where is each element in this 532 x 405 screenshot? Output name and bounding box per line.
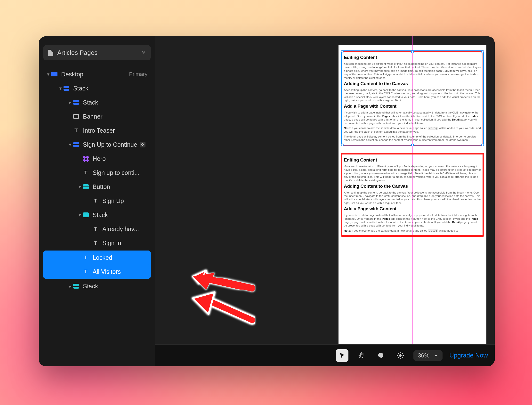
layer-row[interactable]: ▾Stack [43,208,151,222]
paragraph: If you wish to add a page instead that w… [344,111,481,125]
svg-line-7 [398,357,399,358]
paragraph: If you wish to add a page instead that w… [344,213,481,227]
paragraph: After setting up the content, go back to… [344,88,481,102]
expand-toggle[interactable]: ▸ [67,283,73,289]
component-badge: ❖ [140,142,145,147]
layer-meta: Primary [129,71,151,77]
layer-label: Button [93,183,110,190]
layer-row[interactable]: TAlready hav... [43,222,151,236]
layer-row[interactable]: ▸Stack [43,279,151,293]
stack-icon [83,184,89,189]
paragraph: You can choose to set up different types… [344,62,481,80]
chevron-down-icon [141,50,146,56]
component-icon [83,156,89,161]
heading: Editing Content [344,55,481,60]
heading: Add a Page with Content [344,104,481,109]
collapse-toggle[interactable]: ▾ [46,71,51,77]
selected-text-block-1[interactable]: Editing Content You can choose to set up… [341,50,484,146]
heading: Editing Content [344,157,481,163]
resize-handle[interactable] [341,50,344,53]
stack-icon [73,142,79,147]
layer-row[interactable]: ▾Button [43,180,151,194]
svg-line-6 [402,357,403,358]
paragraph: The detail page will display content pul… [344,135,481,142]
layer-label: Stack [83,99,98,106]
layer-row[interactable]: ▾DesktopPrimary [43,67,151,81]
bottom-toolbar: 36% Upgrade Now [155,344,495,366]
comment-tool[interactable] [375,349,387,362]
layer-row[interactable]: Hero [43,152,151,166]
page-selector[interactable]: Articles Pages [43,45,151,60]
layer-label: All Visitors [93,268,121,275]
svg-line-8 [402,353,403,354]
zoom-control[interactable]: 36% [413,350,443,361]
layer-row[interactable]: TAll Visitors [43,265,151,279]
upgrade-button[interactable]: Upgrade Now [449,352,488,359]
app-window: Articles Pages ▾DesktopPrimary▾Stack▸Sta… [39,36,495,366]
layer-label: Banner [83,113,103,120]
heading: Adding Content to the Canvas [344,81,481,86]
resize-handle[interactable] [411,144,414,146]
layer-label: Sign up to conti... [93,169,139,176]
layer-label: Sign Up [102,197,124,204]
text-icon: T [84,170,87,175]
collapse-toggle[interactable]: ▾ [58,85,63,91]
resize-handle[interactable] [481,144,484,146]
doc-content: Editing Content You can choose to set up… [344,157,481,233]
text-icon: T [94,226,97,232]
brightness-tool[interactable] [394,349,407,362]
chevron-down-icon [434,353,438,358]
page-selector-label: Articles Pages [57,49,137,57]
layer-label: Sign Up to Continue [83,141,137,148]
hand-tool[interactable] [355,349,368,362]
layer-row[interactable]: ▾Sign Up to Continue❖ [43,138,151,152]
text-icon: T [94,240,97,246]
heading: Add a Page with Content [344,206,481,211]
paragraph: Note: If you chose to add the sample dat… [344,229,481,233]
stack-icon [73,284,79,289]
text-icon: T [84,255,87,260]
doc-content: Editing Content You can choose to set up… [344,55,481,142]
banner-icon [73,114,79,119]
layer-row[interactable]: TLocked [43,251,151,265]
layer-label: Stack [93,211,108,219]
stack-icon [83,212,89,217]
layer-label: Desktop [61,71,83,78]
expand-toggle[interactable]: ▸ [67,99,73,105]
layer-row[interactable]: Banner [43,109,151,123]
layer-row[interactable]: TIntro Teaser [43,123,151,138]
stack-icon [73,100,79,105]
layer-label: Stack [83,283,98,290]
resize-handle[interactable] [481,50,484,53]
collapse-toggle[interactable]: ▾ [77,212,82,218]
layer-row[interactable]: TSign In [43,236,151,250]
selected-text-block-2[interactable]: Editing Content You can choose to set up… [341,153,484,237]
cursor-tool[interactable] [336,349,348,362]
layers-sidebar: Articles Pages ▾DesktopPrimary▾Stack▸Sta… [39,36,155,366]
desktop-icon [51,72,57,76]
text-icon: T [84,269,87,274]
paragraph: After setting up the content, go back to… [344,191,481,205]
layer-label: Hero [93,155,106,162]
layer-row[interactable]: ▸Stack [43,95,151,109]
layer-row[interactable]: TSign Up [43,194,151,208]
zoom-value: 36% [418,352,429,359]
stack-icon [64,86,69,91]
text-icon: T [94,198,97,203]
canvas-area[interactable]: Editing Content You can choose to set up… [155,36,495,366]
layer-label: Already hav... [102,226,139,233]
layer-label: Intro Teaser [83,127,115,134]
document-icon [48,50,53,56]
resize-handle[interactable] [341,144,344,146]
collapse-toggle[interactable]: ▾ [77,184,82,190]
layer-row[interactable]: ▾Stack [43,81,151,95]
paragraph: Note: If you chose to add the sample dat… [344,126,481,133]
paragraph: You can choose to set up different types… [344,165,481,182]
resize-handle[interactable] [411,50,414,53]
svg-point-0 [399,354,402,357]
collapse-toggle[interactable]: ▾ [67,142,73,147]
layer-tree: ▾DesktopPrimary▾Stack▸StackBannerTIntro … [43,67,151,366]
document-preview[interactable]: Editing Content You can choose to set up… [339,45,486,366]
layer-label: Stack [73,85,89,92]
layer-row[interactable]: TSign up to conti... [43,166,151,180]
